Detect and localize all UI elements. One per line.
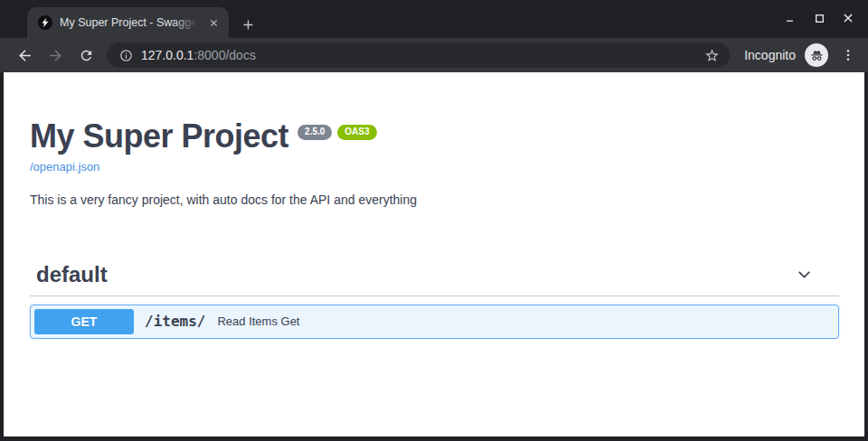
browser-toolbar: 127.0.0.1:8000/docs Incognito bbox=[0, 38, 868, 72]
reload-icon[interactable] bbox=[74, 43, 98, 67]
browser-tab[interactable]: My Super Project - Swagger UI bbox=[27, 7, 229, 38]
page-info-icon[interactable] bbox=[116, 45, 136, 65]
incognito-label: Incognito bbox=[744, 48, 796, 62]
forward-icon[interactable] bbox=[43, 43, 67, 67]
browser-menu-icon[interactable] bbox=[837, 44, 859, 66]
url-host: 127.0.0.1 bbox=[141, 48, 193, 62]
close-window-button[interactable] bbox=[834, 5, 863, 31]
section-title: default bbox=[36, 262, 108, 287]
oas3-badge: OAS3 bbox=[337, 125, 376, 140]
back-icon[interactable] bbox=[13, 43, 36, 67]
tab-strip: My Super Project - Swagger UI bbox=[0, 0, 868, 38]
favicon-lightning-icon bbox=[38, 15, 52, 30]
url-text[interactable]: 127.0.0.1:8000/docs bbox=[141, 48, 701, 62]
http-method-badge: GET bbox=[34, 309, 134, 334]
section-header-default[interactable]: default bbox=[30, 262, 839, 296]
operation-path: /items/ bbox=[145, 313, 205, 330]
operation-description: Read Items Get bbox=[217, 314, 299, 328]
tab-close-icon[interactable] bbox=[205, 14, 222, 31]
badges: 2.5.0 OAS3 bbox=[297, 125, 382, 140]
chevron-down-icon[interactable] bbox=[795, 265, 814, 284]
page-title: My Super Project bbox=[30, 119, 288, 154]
version-badge: 2.5.0 bbox=[297, 125, 332, 140]
address-bar[interactable]: 127.0.0.1:8000/docs bbox=[107, 42, 730, 68]
api-description: This is a very fancy project, with auto … bbox=[30, 192, 839, 207]
url-path: :8000/docs bbox=[193, 48, 256, 62]
new-tab-button[interactable] bbox=[237, 14, 259, 35]
operation-summary-row[interactable]: GET /items/ Read Items Get bbox=[31, 305, 838, 338]
swagger-wrapper: My Super Project 2.5.0 OAS3 /openapi.jso… bbox=[4, 72, 864, 339]
openapi-spec-link[interactable]: /openapi.json bbox=[30, 160, 99, 174]
page-viewport: My Super Project 2.5.0 OAS3 /openapi.jso… bbox=[4, 72, 864, 436]
window-controls bbox=[776, 5, 863, 31]
browser-window: { "theme": { "method_get_blue": "#41a2ef… bbox=[0, 0, 868, 441]
minimize-button[interactable] bbox=[776, 5, 805, 31]
api-info-header: My Super Project 2.5.0 OAS3 bbox=[30, 119, 839, 154]
maximize-button[interactable] bbox=[805, 5, 834, 31]
tab-title: My Super Project - Swagger UI bbox=[60, 16, 197, 29]
operation-block-get-items: GET /items/ Read Items Get bbox=[30, 305, 839, 339]
incognito-icon[interactable] bbox=[805, 43, 828, 67]
bookmark-star-icon[interactable] bbox=[701, 44, 722, 66]
